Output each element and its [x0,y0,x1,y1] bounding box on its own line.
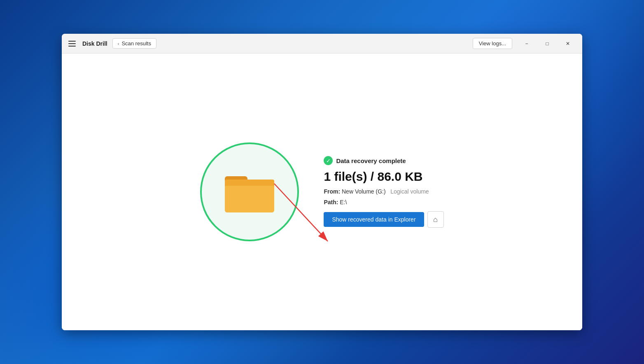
menu-icon[interactable] [67,39,77,48]
close-icon: ✕ [566,41,570,47]
file-count: 1 file(s) / 86.0 KB [324,169,443,184]
path-row: Path: E:\ [324,199,443,205]
checkmark: ✓ [326,158,331,164]
home-icon: ⌂ [433,215,438,224]
folder-front [225,186,274,212]
breadcrumb-label: Scan results [121,40,151,47]
folder-circle [200,142,299,241]
chevron-left-icon: ‹ [118,41,119,46]
status-text: Data recovery complete [336,157,406,164]
volume-name: New Volume (G:) [342,188,386,195]
maximize-button[interactable]: □ [538,37,557,50]
from-label: From: [324,188,340,195]
path-label: Path: [324,199,338,205]
path-value: E:\ [340,199,347,205]
titlebar-left: Disk Drill ‹ Scan results [67,38,473,49]
status-row: ✓ Data recovery complete [324,156,443,165]
check-icon: ✓ [324,156,333,165]
actions-row: Show recovered data in Explorer ⌂ [324,211,443,228]
minimize-icon: − [525,41,528,47]
folder-icon [225,171,274,212]
minimize-button[interactable]: − [517,37,536,50]
titlebar: Disk Drill ‹ Scan results View logs... −… [62,34,582,54]
recovery-info: ✓ Data recovery complete 1 file(s) / 86.… [324,156,443,228]
view-logs-button[interactable]: View logs... [473,38,512,49]
logical-volume-label: Logical volume [390,188,429,195]
close-button[interactable]: ✕ [558,37,577,50]
show-explorer-button[interactable]: Show recovered data in Explorer [324,212,424,227]
maximize-icon: □ [546,41,548,47]
recovery-container: ✓ Data recovery complete 1 file(s) / 86.… [200,142,443,241]
from-row: From: New Volume (G:) Logical volume [324,188,443,195]
main-content: ✓ Data recovery complete 1 file(s) / 86.… [62,54,582,330]
titlebar-right: View logs... − □ ✕ [473,37,577,50]
home-button[interactable]: ⌂ [427,211,444,228]
app-title: Disk Drill [82,40,107,47]
breadcrumb-button[interactable]: ‹ Scan results [112,38,156,49]
app-window: Disk Drill ‹ Scan results View logs... −… [62,34,582,330]
